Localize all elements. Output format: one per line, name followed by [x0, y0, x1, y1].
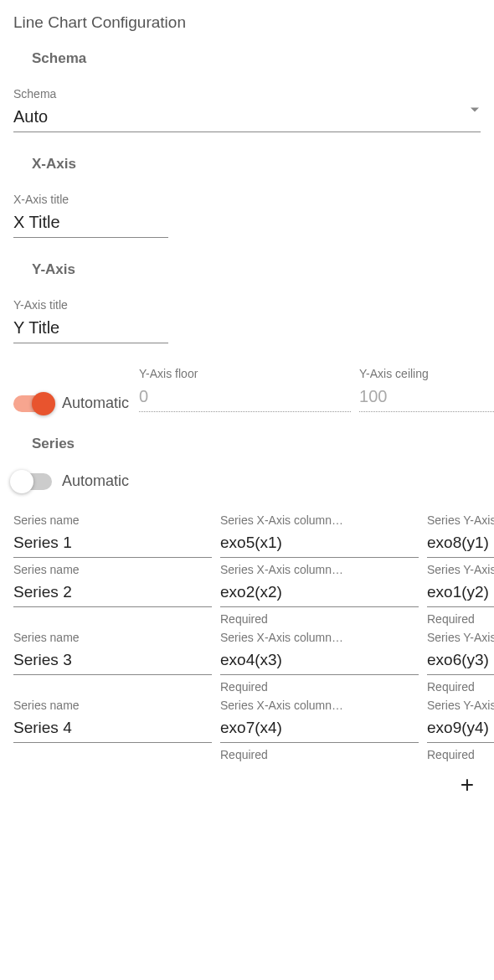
- series-y-input[interactable]: [427, 647, 494, 675]
- series-name-input[interactable]: [13, 647, 212, 675]
- series-name-label: Series name: [13, 631, 212, 644]
- series-x-label: Series X-Axis column…: [220, 631, 419, 644]
- series-y-helper: Required: [427, 612, 494, 626]
- series-y-label: Series Y-Axis column…: [427, 513, 494, 527]
- yaxis-ceiling-input: [359, 384, 494, 412]
- series-x-label: Series X-Axis column…: [220, 513, 419, 527]
- schema-label: Schema: [13, 87, 481, 101]
- chevron-down-icon: [471, 108, 479, 112]
- series-y-label: Series Y-Axis column…: [427, 563, 494, 576]
- series-name-label: Series name: [13, 563, 212, 576]
- series-name-label: Series name: [13, 699, 212, 712]
- series-auto-toggle[interactable]: [13, 473, 52, 490]
- section-header-xaxis: X-Axis: [32, 156, 481, 173]
- series-row: Series nameSeries X-Axis column…Required…: [13, 631, 481, 694]
- series-x-label: Series X-Axis column…: [220, 699, 419, 712]
- series-x-input[interactable]: [220, 647, 419, 675]
- series-row: Series nameSeries X-Axis column…Series Y…: [13, 513, 481, 558]
- series-y-helper: Required: [427, 680, 494, 694]
- section-header-yaxis: Y-Axis: [32, 261, 481, 278]
- xaxis-title-input[interactable]: [13, 209, 168, 238]
- series-row: Series nameSeries X-Axis column…Required…: [13, 699, 481, 761]
- series-x-input[interactable]: [220, 715, 419, 743]
- series-y-label: Series Y-Axis column…: [427, 631, 494, 644]
- yaxis-floor-input: [139, 384, 351, 412]
- series-x-helper: Required: [220, 612, 419, 626]
- series-x-label: Series X-Axis column…: [220, 563, 419, 576]
- yaxis-ceiling-label: Y-Axis ceiling: [359, 367, 494, 380]
- series-y-helper: Required: [427, 748, 494, 761]
- page-title: Line Chart Configuration: [13, 13, 481, 32]
- series-name-input[interactable]: [13, 715, 212, 743]
- schema-select[interactable]: Schema Auto: [13, 87, 481, 132]
- series-x-input[interactable]: [220, 530, 419, 558]
- series-y-label: Series Y-Axis column…: [427, 699, 494, 712]
- xaxis-title-label: X-Axis title: [13, 193, 168, 206]
- yaxis-auto-toggle[interactable]: [13, 395, 52, 412]
- series-row: Series nameSeries X-Axis column…Required…: [13, 563, 481, 626]
- schema-value: Auto: [13, 104, 481, 132]
- yaxis-auto-toggle-label: Automatic: [62, 395, 129, 412]
- series-name-label: Series name: [13, 513, 212, 527]
- series-y-input[interactable]: [427, 715, 494, 743]
- series-y-input[interactable]: [427, 580, 494, 607]
- series-x-helper: Required: [220, 680, 419, 694]
- series-x-helper: Required: [220, 748, 419, 761]
- series-auto-toggle-label: Automatic: [62, 472, 129, 490]
- series-name-input[interactable]: [13, 530, 212, 558]
- section-header-schema: Schema: [32, 50, 481, 67]
- series-y-input[interactable]: [427, 530, 494, 558]
- series-name-input[interactable]: [13, 580, 212, 607]
- series-x-input[interactable]: [220, 580, 419, 607]
- add-series-button[interactable]: +: [461, 773, 474, 797]
- yaxis-floor-label: Y-Axis floor: [139, 367, 351, 380]
- section-header-series: Series: [32, 436, 481, 452]
- yaxis-title-label: Y-Axis title: [13, 298, 168, 312]
- yaxis-title-input[interactable]: [13, 315, 168, 343]
